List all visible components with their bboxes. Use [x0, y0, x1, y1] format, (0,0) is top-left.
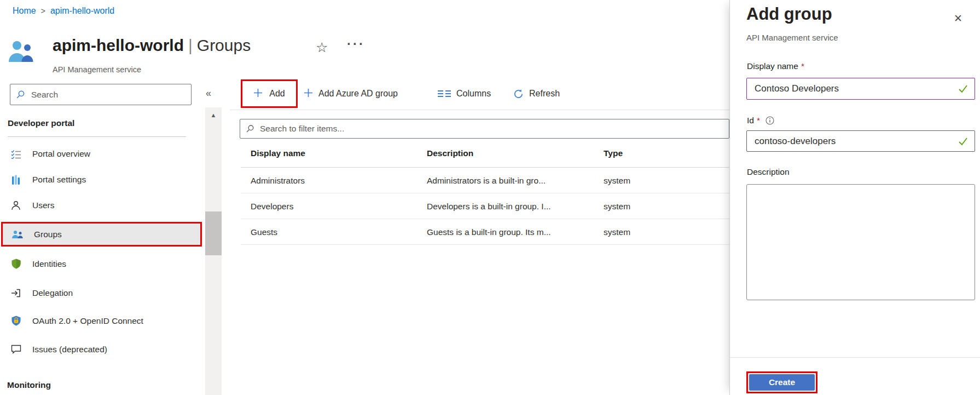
required-asterisk: * — [757, 116, 760, 125]
page-title: apim-hello-world|Groups — [53, 35, 251, 56]
display-name-label: Display name * — [747, 61, 804, 71]
valid-check-icon — [958, 84, 968, 93]
description-label: Description — [747, 167, 790, 177]
issues-bubble-icon — [9, 345, 22, 354]
required-asterisk: * — [801, 61, 804, 71]
id-field-wrapper — [746, 130, 975, 152]
cell-type: system — [604, 176, 630, 186]
add-button-label: Add — [269, 89, 285, 99]
sidebar-item-label: Groups — [34, 230, 62, 239]
page-title-separator: | — [184, 36, 197, 54]
column-header-description[interactable]: Description — [427, 148, 473, 158]
row-divider — [241, 219, 729, 219]
row-divider — [241, 193, 729, 193]
info-icon[interactable] — [766, 116, 774, 125]
column-header-type[interactable]: Type — [604, 148, 623, 158]
cell-display-name: Developers — [251, 202, 293, 211]
columns-icon — [438, 90, 451, 98]
add-azure-ad-group-label: Add Azure AD group — [318, 89, 398, 99]
close-icon[interactable]: ✕ — [954, 12, 962, 25]
refresh-label: Refresh — [529, 89, 560, 99]
sidebar-item-portal-settings[interactable]: Portal settings — [1, 167, 202, 192]
sidebar-item-label: Delegation — [32, 288, 73, 298]
toolbar-divider — [230, 110, 729, 110]
breadcrumb-home-link[interactable]: Home — [13, 6, 36, 15]
sidebar-item-users[interactable]: Users — [1, 192, 202, 218]
sidebar-item-label: OAuth 2.0 + OpenID Connect — [32, 316, 143, 326]
sidebar-collapse-button[interactable]: « — [206, 88, 211, 99]
id-label: Id * — [747, 116, 774, 125]
sidebar-item-label: Identities — [32, 259, 66, 269]
oauth-shield-lock-icon — [9, 316, 22, 326]
identities-shield-icon — [9, 259, 22, 269]
sidebar-item-groups[interactable]: Groups — [1, 222, 202, 247]
sidebar-item-label: Issues (deprecated) — [32, 345, 107, 354]
add-group-panel: Add group ✕ API Management service Displ… — [729, 0, 980, 395]
cell-description: Developers is a built-in group. I... — [427, 202, 551, 211]
columns-button[interactable]: Columns — [438, 79, 491, 108]
portal-settings-icon — [9, 175, 22, 185]
sidebar-item-delegation[interactable]: Delegation — [1, 280, 202, 306]
portal-overview-icon — [9, 149, 22, 159]
sidebar-item-portal-overview[interactable]: Portal overview — [1, 141, 202, 167]
filter-input[interactable] — [259, 123, 723, 134]
plus-icon — [304, 88, 313, 100]
search-icon — [16, 90, 25, 99]
panel-title: Add group — [746, 4, 832, 24]
sidebar-item-identities[interactable]: Identities — [1, 251, 202, 277]
id-input[interactable] — [753, 135, 954, 147]
description-textarea[interactable] — [746, 184, 975, 300]
valid-check-icon — [958, 137, 968, 146]
filter-box[interactable] — [240, 119, 729, 139]
plus-icon — [253, 88, 263, 100]
breadcrumb-apim-link[interactable]: apim-hello-world — [50, 6, 114, 15]
table-header-border — [241, 167, 729, 168]
refresh-button[interactable]: Refresh — [513, 79, 560, 108]
breadcrumb-separator: > — [36, 7, 50, 15]
panel-subtitle: API Management service — [746, 33, 838, 42]
row-divider — [241, 244, 729, 245]
groups-icon — [11, 230, 24, 239]
sidebar-item-oauth[interactable]: OAuth 2.0 + OpenID Connect — [1, 308, 202, 334]
sidebar-scrollbar: ▲ — [205, 107, 222, 395]
sidebar-search-box[interactable] — [10, 84, 192, 105]
cell-type: system — [604, 227, 630, 237]
column-header-display-name[interactable]: Display name — [251, 148, 305, 158]
panel-footer-divider — [730, 357, 980, 358]
columns-label: Columns — [456, 89, 491, 99]
breadcrumb: Home>apim-hello-world — [13, 6, 114, 16]
page-subtitle: API Management service — [53, 65, 141, 74]
create-button-highlight: Create — [746, 371, 817, 393]
sidebar-item-issues[interactable]: Issues (deprecated) — [1, 336, 202, 362]
sidebar-item-label: Portal overview — [32, 149, 90, 159]
users-icon — [9, 201, 22, 210]
display-name-input[interactable] — [753, 83, 954, 95]
create-button[interactable]: Create — [749, 374, 815, 391]
sidebar-section-monitoring: Monitoring — [7, 380, 51, 390]
add-azure-ad-group-button[interactable]: Add Azure AD group — [304, 79, 398, 108]
cell-display-name: Guests — [251, 227, 277, 237]
cell-type: system — [604, 202, 630, 211]
search-icon — [246, 124, 254, 133]
page-title-section: Groups — [197, 36, 251, 54]
favorite-star-icon[interactable]: ☆ — [316, 39, 328, 55]
add-button[interactable]: Add — [253, 88, 285, 100]
sidebar-item-label: Users — [32, 201, 54, 210]
sidebar-section-developer-portal: Developer portal — [8, 118, 74, 128]
add-button-highlight: Add — [241, 79, 298, 108]
sidebar-item-label: Portal settings — [32, 175, 86, 185]
sidebar-divider — [8, 136, 186, 137]
cell-description: Guests is a built-in group. Its m... — [427, 227, 551, 237]
sidebar-search-input[interactable] — [30, 89, 185, 100]
more-options-icon[interactable]: ··· — [347, 36, 365, 51]
cell-description: Administrators is a built-in gro... — [427, 176, 546, 186]
scrollbar-up-arrow[interactable]: ▲ — [205, 112, 222, 118]
refresh-icon — [513, 89, 524, 99]
display-name-field-wrapper — [746, 78, 975, 100]
scrollbar-thumb[interactable] — [205, 211, 222, 255]
delegation-icon — [9, 288, 22, 298]
apim-service-icon — [8, 41, 34, 65]
page-title-resource: apim-hello-world — [53, 36, 184, 54]
cell-display-name: Administrators — [251, 176, 305, 186]
